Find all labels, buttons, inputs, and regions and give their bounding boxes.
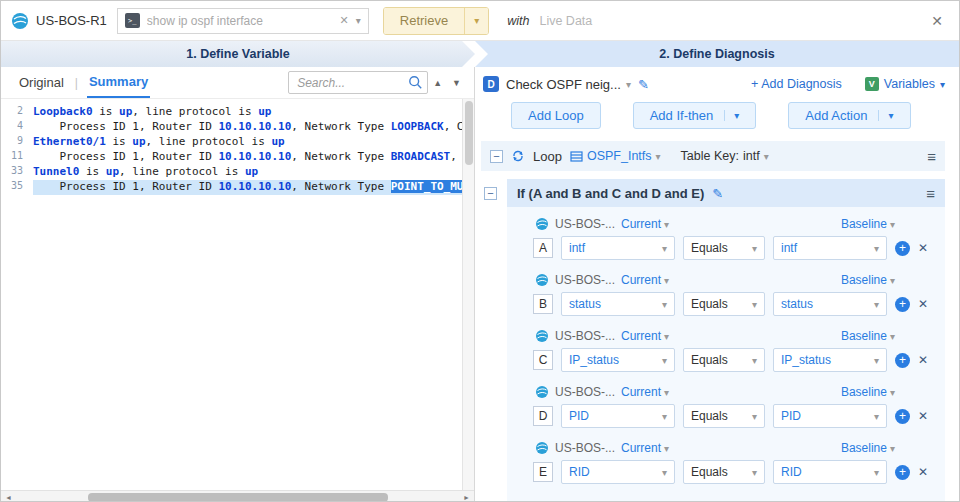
search-prev-icon[interactable]: ▲ bbox=[428, 75, 447, 91]
if-label: If (A and B and C and D and E) bbox=[517, 186, 704, 201]
retrieve-dropdown-icon[interactable]: ▾ bbox=[464, 8, 488, 34]
right-variable-select[interactable]: PID ▾ bbox=[773, 404, 887, 428]
code-line[interactable]: 11 Process ID 1, Router ID 10.10.10.10, … bbox=[1, 150, 474, 165]
current-scope-dropdown[interactable]: Current ▾ bbox=[621, 217, 669, 231]
remove-condition-icon[interactable]: ✕ bbox=[918, 465, 928, 479]
add-ifthen-button[interactable]: Add If-then ▾ bbox=[633, 102, 757, 129]
remove-condition-icon[interactable]: ✕ bbox=[918, 297, 928, 311]
left-variable-select[interactable]: IP_status ▾ bbox=[561, 348, 675, 372]
left-variable-chevron-icon: ▾ bbox=[662, 299, 667, 310]
operator-select[interactable]: Equals ▾ bbox=[683, 236, 765, 260]
search-next-icon[interactable]: ▼ bbox=[447, 75, 466, 91]
scroll-left-icon[interactable]: ◄ bbox=[1, 494, 16, 501]
code-line[interactable]: 35 Process ID 1, Router ID 10.10.10.10, … bbox=[1, 180, 474, 195]
tab-summary[interactable]: Summary bbox=[87, 67, 150, 98]
diagnosis-name-dropdown[interactable]: Check OSPF neig... ▾ bbox=[506, 77, 631, 92]
if-collapse-icon[interactable]: − bbox=[484, 187, 497, 200]
baseline-scope-dropdown[interactable]: Baseline ▾ bbox=[841, 441, 895, 455]
right-variable-select[interactable]: IP_status ▾ bbox=[773, 348, 887, 372]
device-icon bbox=[535, 329, 549, 343]
right-variable-select[interactable]: RID ▾ bbox=[773, 460, 887, 484]
code-line[interactable]: 9Ethernet0/1 is up, line protocol is up bbox=[1, 135, 474, 150]
horizontal-scroll-track[interactable] bbox=[16, 491, 459, 502]
remove-condition-icon[interactable]: ✕ bbox=[918, 241, 928, 255]
search-box[interactable] bbox=[288, 71, 428, 94]
current-scope-dropdown[interactable]: Current ▾ bbox=[621, 273, 669, 287]
add-condition-icon[interactable]: + bbox=[895, 465, 910, 480]
horizontal-scroll-thumb[interactable] bbox=[88, 493, 388, 502]
left-variable-chevron-icon: ▾ bbox=[662, 243, 667, 254]
add-condition-icon[interactable]: + bbox=[895, 241, 910, 256]
left-variable-select[interactable]: RID ▾ bbox=[561, 460, 675, 484]
condition-scope-row: US-BOS-... Current ▾ Baseline ▾ bbox=[533, 329, 937, 343]
command-input-box[interactable]: >_ ✕ ▾ bbox=[117, 8, 369, 34]
code-line[interactable]: 2Loopback0 is up, line protocol is up bbox=[1, 105, 474, 120]
table-key-dropdown[interactable]: Table Key: intf ▾ bbox=[681, 149, 769, 163]
operator-chevron-icon: ▾ bbox=[752, 467, 757, 478]
baseline-scope-dropdown[interactable]: Baseline ▾ bbox=[841, 273, 895, 287]
vertical-scrollbar[interactable] bbox=[462, 99, 474, 490]
horizontal-scrollbar[interactable]: ◄ ► bbox=[1, 490, 474, 502]
operator-select[interactable]: Equals ▾ bbox=[683, 404, 765, 428]
baseline-scope-dropdown[interactable]: Baseline ▾ bbox=[841, 385, 895, 399]
edit-if-icon[interactable]: ✎ bbox=[712, 186, 723, 201]
condition-letter: A bbox=[533, 238, 553, 258]
right-variable-select[interactable]: status ▾ bbox=[773, 292, 887, 316]
vertical-scroll-thumb[interactable] bbox=[465, 101, 473, 165]
retrieve-split-button: Retrieve ▾ bbox=[383, 7, 489, 35]
add-action-chevron-icon[interactable]: ▾ bbox=[878, 110, 893, 121]
scroll-right-icon[interactable]: ► bbox=[459, 494, 474, 501]
search-input[interactable] bbox=[297, 76, 408, 90]
operator-select[interactable]: Equals ▾ bbox=[683, 292, 765, 316]
add-condition-icon[interactable]: + bbox=[895, 297, 910, 312]
add-action-button[interactable]: Add Action ▾ bbox=[788, 102, 910, 129]
left-variable-select[interactable]: status ▾ bbox=[561, 292, 675, 316]
line-number: 2 bbox=[1, 105, 33, 120]
add-ifthen-chevron-icon[interactable]: ▾ bbox=[724, 110, 739, 121]
diagnosis-icon: D bbox=[483, 76, 499, 92]
add-loop-button[interactable]: Add Loop bbox=[511, 102, 601, 129]
search-icon[interactable] bbox=[408, 75, 423, 90]
edit-diagnosis-icon[interactable]: ✎ bbox=[638, 77, 649, 92]
code-text: Ethernet0/1 is up, line protocol is up bbox=[33, 135, 474, 150]
operator-select[interactable]: Equals ▾ bbox=[683, 460, 765, 484]
baseline-chevron-icon: ▾ bbox=[890, 443, 895, 454]
baseline-scope-dropdown[interactable]: Baseline ▾ bbox=[841, 329, 895, 343]
operator-select[interactable]: Equals ▾ bbox=[683, 348, 765, 372]
left-variable-chevron-icon: ▾ bbox=[662, 411, 667, 422]
code-area[interactable]: 2Loopback0 is up, line protocol is up4 P… bbox=[1, 99, 474, 490]
current-scope-dropdown[interactable]: Current ▾ bbox=[621, 385, 669, 399]
baseline-scope-dropdown[interactable]: Baseline ▾ bbox=[841, 217, 895, 231]
loop-section: − Loop OSPF_Intfs bbox=[481, 141, 945, 502]
add-condition-icon[interactable]: + bbox=[895, 353, 910, 368]
code-line[interactable]: 4 Process ID 1, Router ID 10.10.10.10, N… bbox=[1, 120, 474, 135]
right-variable-select[interactable]: intf ▾ bbox=[773, 236, 887, 260]
variables-dropdown[interactable]: V Variables ▾ bbox=[865, 77, 945, 91]
condition-expression-row: C IP_status ▾ Equals ▾ IP_status ▾ + ✕ bbox=[533, 348, 937, 372]
remove-condition-icon[interactable]: ✕ bbox=[918, 353, 928, 367]
if-menu-icon[interactable]: ≡ bbox=[926, 185, 935, 202]
command-input[interactable] bbox=[147, 14, 333, 28]
add-diagnosis-button[interactable]: + Add Diagnosis bbox=[751, 77, 842, 91]
variables-chevron-icon: ▾ bbox=[940, 79, 945, 90]
loop-collapse-icon[interactable]: − bbox=[490, 150, 503, 163]
clear-command-icon[interactable]: ✕ bbox=[340, 14, 349, 27]
loop-menu-icon[interactable]: ≡ bbox=[927, 148, 936, 165]
retrieve-button[interactable]: Retrieve bbox=[384, 8, 464, 34]
left-variable-select[interactable]: PID ▾ bbox=[561, 404, 675, 428]
right-variable-chevron-icon: ▾ bbox=[874, 467, 879, 478]
loop-table-dropdown[interactable]: OSPF_Intfs ▾ bbox=[570, 149, 661, 163]
device-icon bbox=[535, 273, 549, 287]
add-condition-icon[interactable]: + bbox=[895, 409, 910, 424]
diagnosis-panel: D Check OSPF neig... ▾ ✎ + Add Diagnosis… bbox=[475, 67, 959, 502]
command-dropdown-icon[interactable]: ▾ bbox=[356, 15, 361, 26]
left-variable-select[interactable]: intf ▾ bbox=[561, 236, 675, 260]
remove-condition-icon[interactable]: ✕ bbox=[918, 409, 928, 423]
device-selector[interactable]: US-BOS-R1 bbox=[11, 12, 107, 30]
code-line[interactable]: 33Tunnel0 is up, line protocol is up bbox=[1, 165, 474, 180]
current-scope-dropdown[interactable]: Current ▾ bbox=[621, 329, 669, 343]
current-scope-dropdown[interactable]: Current ▾ bbox=[621, 441, 669, 455]
code-text: Process ID 1, Router ID 10.10.10.10, Net… bbox=[33, 120, 474, 135]
close-icon[interactable]: ✕ bbox=[925, 11, 949, 31]
tab-original[interactable]: Original bbox=[17, 68, 66, 97]
